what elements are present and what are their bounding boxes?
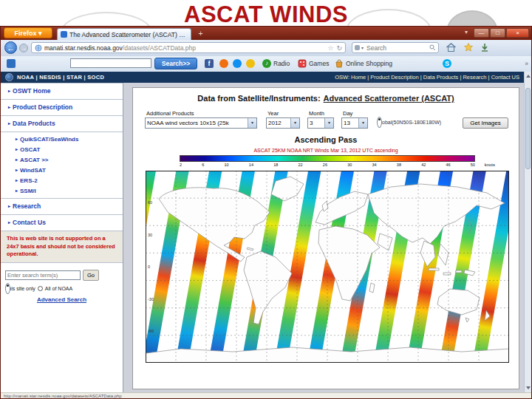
url-bar[interactable]: manati.star.nesdis.noaa.gov/datasets/ASC… <box>31 42 346 53</box>
dice-icon[interactable] <box>298 59 307 68</box>
advanced-search-link[interactable]: Advanced Search <box>5 296 118 303</box>
browser-search-box[interactable]: ▾ <box>352 42 439 53</box>
search-scope-radios: This site only All of NOAA <box>5 286 118 291</box>
sidebar-item-oswt-home[interactable]: ▸OSWT Home <box>1 83 123 100</box>
shopping-bag-icon[interactable] <box>335 59 344 68</box>
sidebar-search: Go This site only All of NOAA Advanced S… <box>1 263 123 303</box>
sidebar-link-label: Research <box>13 202 41 210</box>
sidebar-item-oscat[interactable]: ▸OSCAT <box>1 144 123 154</box>
year-dropdown[interactable]: 2012▾ <box>266 117 300 129</box>
browser-tab[interactable]: The Advanced Scatterometer (ASCAT) D... <box>57 28 191 40</box>
sidebar-subitems: ▸QuikSCAT/SeaWinds ▸OSCAT ▸ASCAT >> ▸Win… <box>1 132 123 199</box>
toolbar-search-button[interactable]: Search>> <box>154 58 197 69</box>
triangle-bullet-icon: ▸ <box>8 204 10 208</box>
site-top-menu[interactable]: OSW: Home | Product Description | Data P… <box>335 72 519 83</box>
firefox-menu-button[interactable]: Firefox ▾ <box>4 27 52 38</box>
instrument-link[interactable]: Advanced Scatterometer (ASCAT) <box>324 94 454 103</box>
triangle-bullet-icon: ▸ <box>16 168 18 172</box>
search-engine-icon[interactable] <box>355 45 360 50</box>
lat-label: -30 <box>148 297 154 301</box>
lat-label: 0 <box>148 265 150 269</box>
reload-icon[interactable]: ↻ <box>336 44 342 52</box>
colorbar-unit: knots <box>485 163 495 167</box>
overflow-chevron-icon[interactable]: » <box>525 60 528 67</box>
url-domain: manati.star.nesdis.noaa.gov <box>44 44 123 52</box>
colorbar <box>180 155 475 162</box>
page-scrollbar[interactable] <box>524 72 531 392</box>
colorbar-tick: 10 <box>225 163 229 167</box>
site-header-bar: NOAA | NESDIS | STAR | SOCD OSW: Home | … <box>1 72 531 83</box>
colorbar-tick: 14 <box>249 163 253 167</box>
browser-search-input[interactable] <box>365 44 429 52</box>
triangle-bullet-icon: ▸ <box>8 105 10 109</box>
sidebar-item-product-description[interactable]: ▸Product Description <box>1 100 123 116</box>
scroll-up-icon[interactable] <box>526 75 531 78</box>
chevron-down-icon[interactable]: ▾ <box>361 45 364 50</box>
month-label: Month <box>309 110 324 117</box>
sidebar-item-windsat[interactable]: ▸WindSAT <box>1 165 123 175</box>
triangle-bullet-icon: ▸ <box>16 147 18 151</box>
map-caption: ASCAT 25KM NOAA NRT Winds Mar 13, 2012 U… <box>133 148 519 153</box>
sidebar-item-ascat[interactable]: ▸ASCAT >> <box>1 154 123 165</box>
get-images-button[interactable]: Get Images <box>463 117 508 129</box>
month-dropdown[interactable]: 3▾ <box>307 117 334 129</box>
sidebar-item-ers2[interactable]: ▸ERS-2 <box>1 175 123 185</box>
bookmark-games[interactable]: Games <box>309 60 329 67</box>
pass-heading: Ascending Pass <box>133 135 519 144</box>
colorbar-ticks: 261014182226303438424650 <box>180 163 475 167</box>
minimize-button[interactable]: — <box>474 28 489 38</box>
triangle-bullet-icon: ▸ <box>8 89 10 93</box>
yellow-app-icon[interactable] <box>246 59 255 68</box>
month-dropdown-value: 3 <box>308 120 324 126</box>
sidebar-link-label: OSWT Home <box>13 87 50 95</box>
slide-title: ASCAT WINDS <box>0 1 532 28</box>
radio-this-site[interactable] <box>5 283 10 294</box>
maximize-button[interactable]: □ <box>490 28 505 38</box>
bookmark-star-icon[interactable]: ☆ <box>327 44 333 52</box>
sidebar-link-label: ASCAT >> <box>20 157 49 163</box>
toolbar-search-input[interactable] <box>70 58 151 68</box>
new-tab-button[interactable]: + <box>195 29 206 38</box>
scroll-down-icon[interactable] <box>526 386 531 389</box>
sidebar-item-data-products[interactable]: ▸Data Products <box>1 116 123 132</box>
triangle-bullet-icon: ▸ <box>16 157 18 162</box>
radio-all-noaa[interactable] <box>38 286 43 291</box>
noaa-logo <box>5 73 13 81</box>
browser-titlebar: Firefox ▾ The Advanced Scatterometer (AS… <box>1 27 531 40</box>
home-button[interactable] <box>446 42 457 53</box>
bookmark-icon[interactable] <box>7 59 16 68</box>
blue-app-icon[interactable] <box>233 59 242 68</box>
chevron-down-icon: ▾ <box>38 30 42 37</box>
day-dropdown[interactable]: 13▾ <box>341 117 368 129</box>
radio-icon[interactable]: ♪ <box>262 59 271 68</box>
lat-label: -60 <box>148 329 154 333</box>
triangle-bullet-icon: ▸ <box>16 178 18 183</box>
facebook-icon[interactable]: f <box>205 59 214 68</box>
bookmark-shopping[interactable]: Online Shopping <box>346 60 392 67</box>
downloads-button[interactable] <box>480 42 491 53</box>
go-button[interactable]: Go <box>83 270 99 281</box>
home-icon <box>446 42 457 52</box>
sidebar-search-input[interactable] <box>5 270 81 280</box>
colorbar-tick: 46 <box>446 163 450 167</box>
close-button[interactable]: × <box>506 28 529 38</box>
main-content: Data from Satellite/Instruments:Advanced… <box>123 83 524 392</box>
browser-window: Firefox ▾ The Advanced Scatterometer (AS… <box>0 26 532 399</box>
star-icon <box>463 42 474 52</box>
skype-icon[interactable]: S <box>443 59 451 68</box>
sidebar-item-ssmi[interactable]: ▸SSM/I <box>1 185 123 196</box>
colorbar-wrap: 261014182226303438424650 knots <box>180 155 475 167</box>
sidebar-item-research[interactable]: ▸Research <box>1 199 123 215</box>
tab-list-icon[interactable]: ▾ <box>465 29 468 35</box>
forward-button[interactable]: → <box>19 44 28 52</box>
bookmarks-panel-button[interactable] <box>463 42 475 53</box>
bookmark-radio[interactable]: Radio <box>273 60 290 67</box>
scrollbar-thumb[interactable] <box>525 88 531 169</box>
product-dropdown[interactable]: NOAA wind vectors 10x15 (25k▾ <box>145 117 257 129</box>
orange-app-icon[interactable] <box>219 59 228 68</box>
region-radio[interactable] <box>377 117 382 128</box>
sidebar-item-quikscat[interactable]: ▸QuikSCAT/SeaWinds <box>1 134 123 144</box>
sidebar-item-contact-us[interactable]: ▸Contact Us <box>1 215 123 231</box>
back-button[interactable]: ← <box>4 41 17 54</box>
url-path: /datasets/ASCATData.php <box>123 44 325 52</box>
